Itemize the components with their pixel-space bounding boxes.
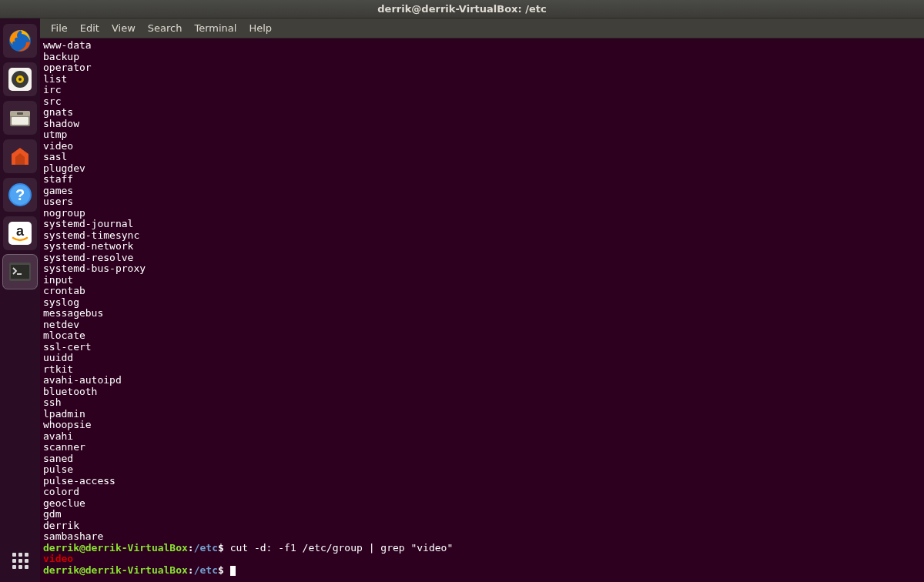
svg-rect-7 <box>12 117 28 125</box>
terminal-line: staff <box>43 174 921 186</box>
terminal-line: colord <box>43 487 921 498</box>
terminal-line: netdev <box>43 319 921 331</box>
terminal-line: plugdev <box>43 163 921 175</box>
svg-rect-8 <box>17 112 23 115</box>
svg-text:a: a <box>16 223 25 239</box>
svg-text:?: ? <box>15 186 25 203</box>
terminal-prompt-line: derrik@derrik-VirtualBox:/etc$ <box>43 565 921 577</box>
terminal-line: users <box>43 196 921 208</box>
terminal-line: avahi <box>43 431 921 443</box>
terminal-line: saned <box>43 453 921 465</box>
terminal-line: www-data <box>43 40 921 52</box>
terminal-line: src <box>43 96 921 108</box>
launcher-software[interactable] <box>3 139 37 173</box>
terminal-line: mlocate <box>43 330 921 342</box>
launcher-help[interactable]: ? <box>3 178 37 212</box>
menu-search[interactable]: Search <box>142 19 189 38</box>
menu-edit[interactable]: Edit <box>74 19 105 38</box>
terminal-line: shadow <box>43 119 921 130</box>
terminal-icon <box>7 259 33 285</box>
launcher-firefox[interactable] <box>3 24 37 58</box>
terminal-line: input <box>43 275 921 286</box>
terminal-line: derrik <box>43 520 921 532</box>
window-title: derrik@derrik-VirtualBox: /etc <box>377 3 546 15</box>
help-icon: ? <box>7 182 33 208</box>
menu-file[interactable]: File <box>45 19 74 38</box>
terminal-line: gdm <box>43 509 921 520</box>
music-icon <box>7 66 33 92</box>
svg-rect-9 <box>15 157 25 165</box>
amazon-icon: a <box>7 220 33 246</box>
command-text: cut -d: -f1 /etc/group | grep "video" <box>224 542 453 554</box>
terminal-line: scanner <box>43 442 921 453</box>
terminal-line: systemd-journal <box>43 219 921 230</box>
menu-view[interactable]: View <box>105 19 142 38</box>
menu-terminal[interactable]: Terminal <box>188 19 243 38</box>
svg-point-4 <box>18 78 22 81</box>
terminal-line: systemd-network <box>43 241 921 253</box>
terminal-line: systemd-bus-proxy <box>43 263 921 275</box>
terminal-line: systemd-timesync <box>43 230 921 242</box>
terminal-line: sambashare <box>43 531 921 543</box>
terminal-line: utmp <box>43 129 921 141</box>
svg-rect-16 <box>11 265 29 279</box>
terminal-line: avahi-autoipd <box>43 375 921 386</box>
files-icon <box>7 105 33 131</box>
terminal-line: sasl <box>43 152 921 163</box>
launcher-amazon[interactable]: a <box>3 216 37 250</box>
terminal-line: geoclue <box>43 498 921 510</box>
unity-launcher: ? a <box>0 18 40 582</box>
launcher-files[interactable] <box>3 101 37 135</box>
terminal-prompt-line: derrik@derrik-VirtualBox:/etc$ cut -d: -… <box>43 543 921 554</box>
terminal-line: pulse-access <box>43 476 921 487</box>
launcher-terminal[interactable] <box>3 255 37 289</box>
terminal-line: list <box>43 74 921 85</box>
terminal-line: pulse <box>43 464 921 476</box>
terminal-line: rtkit <box>43 364 921 376</box>
terminal-line: lpadmin <box>43 409 921 420</box>
terminal-line: uuidd <box>43 353 921 364</box>
firefox-icon <box>7 28 33 54</box>
terminal-line: syslog <box>43 297 921 309</box>
terminal-line: irc <box>43 85 921 96</box>
terminal-line: operator <box>43 62 921 74</box>
prompt-path: /etc <box>194 542 218 554</box>
terminal-line: whoopsie <box>43 420 921 431</box>
software-center-icon <box>7 143 33 169</box>
terminal-cursor <box>230 566 236 576</box>
terminal-line: games <box>43 186 921 197</box>
terminal-line: ssl-cert <box>43 342 921 353</box>
launcher-apps-grid[interactable] <box>3 544 37 577</box>
terminal-line: bluetooth <box>43 386 921 398</box>
terminal-line: backup <box>43 52 921 63</box>
prompt-user: derrik@derrik-VirtualBox <box>43 542 188 554</box>
window-titlebar: derrik@derrik-VirtualBox: /etc <box>0 0 924 18</box>
terminal-line: ssh <box>43 397 921 409</box>
terminal-line: nogroup <box>43 208 921 219</box>
terminal-line: crontab <box>43 286 921 297</box>
terminal-menubar: File Edit View Search Terminal Help <box>40 18 924 38</box>
grep-result: video <box>43 554 921 565</box>
launcher-music[interactable] <box>3 62 37 96</box>
terminal-line: messagebus <box>43 308 921 319</box>
terminal-line: video <box>43 141 921 152</box>
terminal-line: systemd-resolve <box>43 253 921 264</box>
terminal-line: gnats <box>43 107 921 119</box>
terminal-body[interactable]: www-databackupoperatorlistircsrcgnatssha… <box>40 38 924 582</box>
menu-help[interactable]: Help <box>243 19 278 38</box>
